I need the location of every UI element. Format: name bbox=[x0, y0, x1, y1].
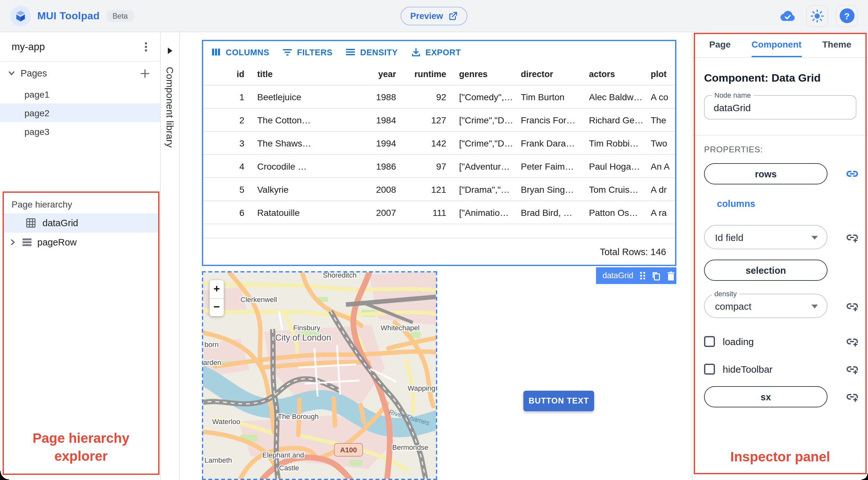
column-header[interactable]: id bbox=[203, 69, 251, 79]
table-row[interactable]: 1 Beetlejuice 1988 92 ["Comedy",… Tim Bu… bbox=[203, 85, 675, 108]
inspector-tabs: Page Component Theme bbox=[692, 32, 868, 58]
preview-button-label: Preview bbox=[410, 11, 443, 21]
cell-director: Brad Bird, … bbox=[515, 207, 583, 218]
add-binding-icon[interactable] bbox=[845, 299, 859, 313]
canvas-button-component[interactable]: BUTTON TEXT bbox=[523, 391, 594, 411]
filters-button[interactable]: FILTERS bbox=[282, 47, 333, 57]
page-hierarchy-panel: Page hierarchy dataGrid bbox=[3, 191, 159, 475]
table-row[interactable]: 3 The Shaws… 1994 142 ["Crime","D… Frank… bbox=[203, 131, 675, 154]
prop-loading: loading bbox=[704, 335, 859, 348]
add-page-icon[interactable] bbox=[140, 68, 150, 78]
zoom-in-button[interactable]: + bbox=[210, 280, 224, 298]
zoom-out-button[interactable]: − bbox=[210, 298, 224, 316]
add-binding-icon[interactable] bbox=[845, 362, 859, 376]
column-header[interactable]: director bbox=[515, 69, 583, 79]
cell-director: Peter Faim… bbox=[515, 161, 583, 171]
drag-handle-icon[interactable] bbox=[639, 271, 646, 280]
add-binding-icon[interactable] bbox=[845, 230, 859, 244]
binding-link-icon[interactable] bbox=[845, 167, 859, 181]
loading-label: loading bbox=[723, 336, 754, 347]
pages-section-header[interactable]: Pages bbox=[0, 62, 160, 85]
cell-actors: Paul Hoga… bbox=[583, 161, 644, 171]
duplicate-icon[interactable] bbox=[651, 271, 661, 281]
cloud-sync-icon[interactable] bbox=[777, 5, 799, 27]
columns-button-label: COLUMNS bbox=[226, 47, 270, 57]
preview-button[interactable]: Preview bbox=[401, 6, 467, 25]
table-row[interactable]: 2 The Cotton… 1984 127 ["Crime","D… Fran… bbox=[203, 108, 675, 131]
cell-id: 5 bbox=[203, 184, 251, 194]
add-binding-icon[interactable] bbox=[845, 390, 859, 404]
datagrid-toolbar: COLUMNS FILTERS DENSITY bbox=[203, 41, 675, 63]
component-library-drawer[interactable]: Component library bbox=[161, 32, 180, 480]
sx-property-button[interactable]: sx bbox=[704, 386, 828, 407]
cell-plot: Two bbox=[644, 138, 675, 148]
sidebar-item-page2[interactable]: page2 bbox=[0, 103, 160, 122]
cell-runtime: 97 bbox=[403, 161, 453, 171]
columns-button[interactable]: COLUMNS bbox=[211, 47, 270, 57]
column-header[interactable]: year bbox=[348, 69, 403, 79]
cell-title: Beetlejuice bbox=[251, 92, 348, 102]
cell-genres: ["Crime","D… bbox=[453, 138, 515, 148]
map-label: Finsbury bbox=[293, 324, 320, 332]
tab-component[interactable]: Component bbox=[752, 32, 802, 57]
export-button-label: EXPORT bbox=[425, 47, 461, 57]
help-icon[interactable]: ? bbox=[836, 5, 858, 27]
hierarchy-item-pagerow[interactable]: pageRow bbox=[4, 233, 158, 252]
beta-badge: Beta bbox=[106, 10, 134, 22]
cell-genres: ["Animatio… bbox=[453, 207, 515, 218]
map-label: Lambeth bbox=[205, 456, 232, 464]
tab-page[interactable]: Page bbox=[709, 32, 731, 57]
column-header[interactable]: actors bbox=[583, 69, 644, 79]
density-button-label: DENSITY bbox=[360, 47, 398, 57]
hidetoolbar-checkbox[interactable] bbox=[704, 364, 715, 375]
table-row[interactable]: 5 Valkyrie 2008 121 ["Drama","… Bryan Si… bbox=[203, 178, 675, 200]
cell-plot: A ra bbox=[644, 207, 675, 218]
export-button[interactable]: EXPORT bbox=[410, 47, 461, 57]
download-icon bbox=[410, 47, 421, 57]
kebab-menu-icon[interactable] bbox=[141, 41, 151, 52]
cell-id: 1 bbox=[203, 92, 251, 102]
hierarchy-item-datagrid[interactable]: dataGrid bbox=[4, 213, 158, 233]
cell-actors: Patton Os… bbox=[583, 207, 644, 218]
prop-sx: sx bbox=[704, 386, 859, 407]
header-actions: ? bbox=[777, 5, 858, 27]
datagrid-component[interactable]: COLUMNS FILTERS DENSITY bbox=[202, 40, 676, 266]
id-field-label: Id field bbox=[715, 232, 743, 243]
density-button[interactable]: DENSITY bbox=[345, 47, 398, 57]
column-header[interactable]: genres bbox=[453, 69, 515, 79]
add-binding-icon[interactable] bbox=[845, 335, 859, 348]
tab-theme[interactable]: Theme bbox=[823, 32, 851, 57]
theme-brightness-icon[interactable] bbox=[806, 5, 828, 27]
table-row[interactable]: 6 Ratatouille 2007 111 ["Animatio… Brad … bbox=[203, 200, 675, 224]
chevron-right-icon[interactable] bbox=[9, 238, 17, 246]
column-header[interactable]: runtime bbox=[403, 69, 453, 79]
map-label: arden bbox=[203, 358, 221, 366]
table-row[interactable]: 4 Crocodile … 1986 97 ["Adventur… Peter … bbox=[203, 154, 675, 178]
cell-year: 2007 bbox=[348, 207, 403, 218]
map-zoom-control: + − bbox=[210, 280, 224, 316]
page-hierarchy-annotation: Page hierarchy explorer bbox=[4, 429, 158, 465]
cell-year: 1986 bbox=[348, 161, 403, 171]
column-header[interactable]: title bbox=[251, 69, 348, 79]
selection-property-button[interactable]: selection bbox=[704, 260, 828, 281]
node-name-field[interactable]: Node name dataGrid bbox=[704, 95, 857, 120]
column-header[interactable]: plot bbox=[644, 69, 675, 79]
map-component[interactable]: A100 Shoreditch Clerkenwell Finsbury bor… bbox=[202, 271, 437, 480]
id-field-select[interactable]: Id field bbox=[704, 225, 828, 249]
sidebar-item-page3[interactable]: page3 bbox=[0, 122, 160, 141]
loading-checkbox[interactable] bbox=[704, 336, 715, 347]
cell-title: The Cotton… bbox=[251, 115, 348, 125]
expand-drawer-icon[interactable] bbox=[168, 47, 172, 54]
rows-property-button[interactable]: rows bbox=[704, 163, 828, 184]
cell-id: 2 bbox=[203, 115, 251, 125]
sidebar-item-page1[interactable]: page1 bbox=[0, 85, 160, 103]
delete-icon[interactable] bbox=[667, 271, 675, 281]
datagrid-footer: Total Rows: 146 bbox=[203, 238, 675, 265]
cell-director: Tim Burton bbox=[515, 92, 583, 102]
toolpad-logo-icon bbox=[10, 5, 31, 26]
density-select[interactable]: density compact bbox=[704, 294, 828, 318]
cell-actors: Tim Robbi… bbox=[583, 138, 644, 148]
cell-director: Francis For… bbox=[515, 115, 583, 125]
columns-property-link[interactable]: columns bbox=[717, 198, 755, 209]
cell-plot: The bbox=[644, 115, 675, 125]
